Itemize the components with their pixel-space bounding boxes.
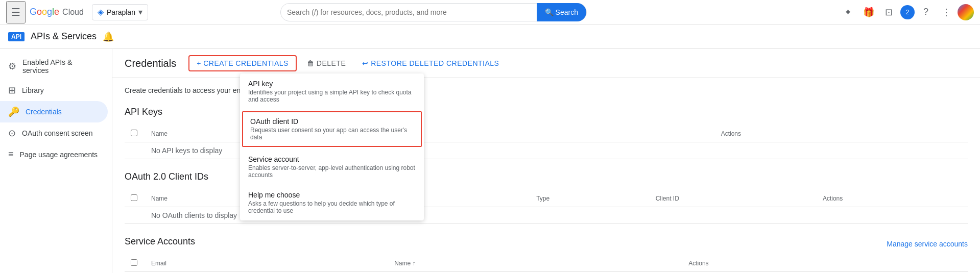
enabled-apis-icon: ⚙ xyxy=(8,61,16,72)
api-keys-select-all[interactable] xyxy=(131,130,137,136)
monitor-icon: ⊡ xyxy=(885,7,893,18)
project-icon: ◈ xyxy=(98,7,104,17)
sidebar-item-label: OAuth consent screen xyxy=(22,129,93,137)
oauth-client-id-header: Client ID xyxy=(650,190,817,207)
content-area: Credentials + CREATE CREDENTIALS 🗑 DELET… xyxy=(112,49,980,273)
service-accounts-email-header: Email xyxy=(145,255,388,272)
credentials-title: Credentials xyxy=(125,58,176,69)
dropdown-item-oauth-client-id[interactable]: OAuth client ID Requests user consent so… xyxy=(242,111,422,147)
service-accounts-table: Email Name ↑ Actions No service accounts… xyxy=(125,255,968,273)
oauth-actions-header: Actions xyxy=(817,190,968,207)
help-button[interactable]: ? xyxy=(917,3,935,21)
credentials-icon: 🔑 xyxy=(8,106,19,117)
service-accounts-name-header: Name ↑ xyxy=(388,255,682,272)
sidebar-item-label: Credentials xyxy=(26,108,62,116)
page-usage-icon: ≡ xyxy=(8,149,14,160)
api-key-title: API key xyxy=(248,80,416,88)
service-accounts-section: Service Accounts Manage service accounts… xyxy=(125,236,968,273)
restore-deleted-credentials-button[interactable]: ↩ RESTORE DELETED CREDENTIALS xyxy=(356,56,505,70)
api-key-desc: Identifies your project using a simple A… xyxy=(248,89,416,103)
sidebar-item-label: Page usage agreements xyxy=(20,151,98,159)
project-chevron-icon: ▾ xyxy=(138,7,142,17)
sparkle-icon: ✦ xyxy=(844,7,852,18)
sidebar-item-label: Library xyxy=(22,86,44,94)
oauth-select-all[interactable] xyxy=(131,194,137,201)
search-input[interactable] xyxy=(287,8,537,16)
google-logo-text: Google xyxy=(30,7,59,17)
sidebar: ⚙ Enabled APIs & services ⊞ Library 🔑 Cr… xyxy=(0,49,112,273)
help-icon: ? xyxy=(923,7,928,17)
sidebar-item-page-usage[interactable]: ≡ Page usage agreements xyxy=(0,144,108,165)
help-me-choose-desc: Asks a few questions to help you decide … xyxy=(248,200,416,214)
service-account-desc: Enables server-to-server, app-level auth… xyxy=(248,164,416,179)
service-accounts-header-row: Service Accounts Manage service accounts xyxy=(125,236,968,251)
library-icon: ⊞ xyxy=(8,85,16,96)
monitor-button[interactable]: ⊡ xyxy=(880,3,898,21)
api-keys-actions-header: Actions xyxy=(715,126,968,142)
google-cloud-logo[interactable]: Google Cloud xyxy=(30,7,84,17)
header-right: ✦ 🎁 ⊡ 2 ? ⋮ xyxy=(839,3,974,21)
top-header: ☰ Google Cloud ◈ Paraplan ▾ 🔍 Search ✦ 🎁… xyxy=(0,0,980,24)
api-badge: API xyxy=(8,32,25,41)
sparkle-button[interactable]: ✦ xyxy=(839,3,857,21)
api-services-title: APIs & Services xyxy=(31,31,97,42)
search-button[interactable]: 🔍 Search xyxy=(537,3,586,21)
create-credentials-button[interactable]: + CREATE CREDENTIALS xyxy=(188,55,297,71)
delete-button[interactable]: 🗑 DELETE xyxy=(301,56,352,70)
hamburger-menu-button[interactable]: ☰ xyxy=(6,1,26,23)
more-vert-icon: ⋮ xyxy=(942,7,951,18)
toolbar-wrapper: Credentials + CREATE CREDENTIALS 🗑 DELET… xyxy=(112,49,980,78)
oauth-type-header: Type xyxy=(530,190,650,207)
account-circle[interactable]: 2 xyxy=(900,5,915,19)
oauth-client-id-desc: Requests user consent so your app can ac… xyxy=(250,127,414,141)
help-me-choose-title: Help me choose xyxy=(248,191,416,199)
api-header: API APIs & Services 🔔 xyxy=(0,24,980,49)
sidebar-item-library[interactable]: ⊞ Library xyxy=(0,80,108,101)
project-name: Paraplan xyxy=(107,8,135,16)
sidebar-item-enabled-apis[interactable]: ⚙ Enabled APIs & services xyxy=(0,53,108,80)
credentials-dropdown-menu: API key Identifies your project using a … xyxy=(240,73,424,220)
dropdown-item-api-key[interactable]: API key Identifies your project using a … xyxy=(240,73,424,109)
manage-service-accounts-link[interactable]: Manage service accounts xyxy=(887,240,968,248)
gift-button[interactable]: 🎁 xyxy=(859,3,878,21)
api-keys-title: API Keys xyxy=(125,107,162,117)
sidebar-item-oauth-consent[interactable]: ⊙ OAuth consent screen xyxy=(0,122,108,144)
dropdown-item-help-me-choose[interactable]: Help me choose Asks a few questions to h… xyxy=(240,185,424,220)
cloud-text: Cloud xyxy=(62,8,84,17)
bell-icon[interactable]: 🔔 xyxy=(103,31,114,42)
search-bar: 🔍 Search xyxy=(280,3,587,21)
sidebar-item-credentials[interactable]: 🔑 Credentials xyxy=(0,101,108,122)
service-accounts-actions-header: Actions xyxy=(682,255,968,272)
service-accounts-title: Service Accounts xyxy=(125,236,195,247)
oauth-title: OAuth 2.0 Client IDs xyxy=(125,171,208,182)
project-selector[interactable]: ◈ Paraplan ▾ xyxy=(92,4,148,20)
search-icon: 🔍 xyxy=(545,8,554,16)
more-vert-button[interactable]: ⋮ xyxy=(937,3,955,21)
dropdown-item-service-account[interactable]: Service account Enables server-to-server… xyxy=(240,149,424,185)
avatar[interactable] xyxy=(958,4,974,20)
main-layout: ⚙ Enabled APIs & services ⊞ Library 🔑 Cr… xyxy=(0,49,980,273)
service-accounts-select-all[interactable] xyxy=(131,259,137,266)
service-account-title: Service account xyxy=(248,155,416,163)
oauth-consent-icon: ⊙ xyxy=(8,128,16,139)
oauth-client-id-title: OAuth client ID xyxy=(250,117,414,126)
sidebar-item-label: Enabled APIs & services xyxy=(22,58,100,75)
gift-icon: 🎁 xyxy=(863,7,874,18)
